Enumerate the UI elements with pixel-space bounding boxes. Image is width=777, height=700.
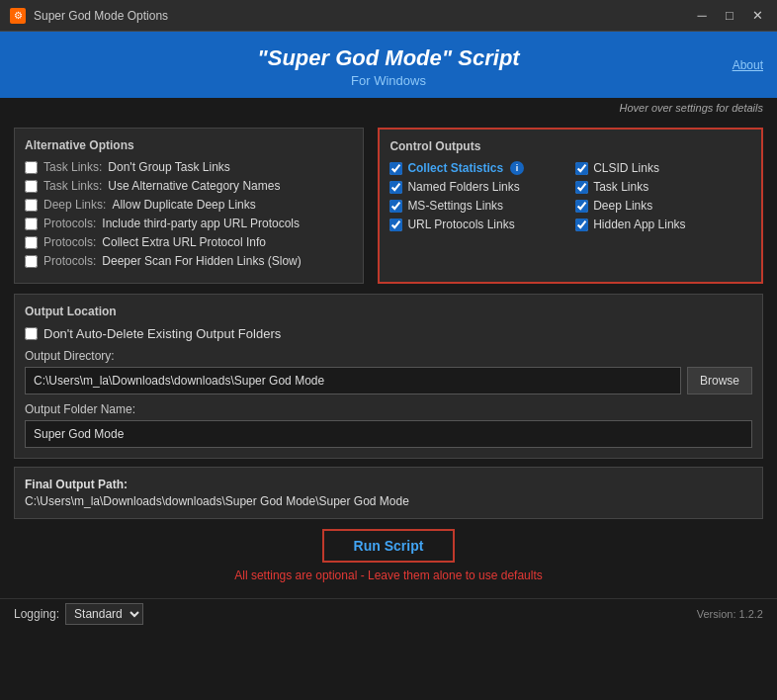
app-icon: ⚙ xyxy=(10,8,26,24)
control-outputs-grid: Collect StatisticsiCLSID LinksNamed Fold… xyxy=(389,161,751,231)
browse-button[interactable]: Browse xyxy=(687,367,752,394)
dont-auto-delete-row: Don't Auto-Delete Existing Output Folder… xyxy=(25,326,752,341)
output-dir-input[interactable] xyxy=(25,367,681,394)
alt-option-checkbox-4[interactable] xyxy=(25,236,38,249)
alt-option-row: Task Links: Use Alternative Category Nam… xyxy=(25,179,353,193)
header: "Super God Mode" Script For Windows Abou… xyxy=(0,32,777,98)
ctrl-item-label: Collect Statistics xyxy=(407,161,503,175)
optional-note: All settings are optional - Leave them a… xyxy=(14,569,763,582)
alt-option-key: Task Links: xyxy=(43,179,102,193)
run-script-button[interactable]: Run Script xyxy=(322,529,456,563)
main-content: Alternative Options Task Links: Don't Gr… xyxy=(0,118,777,598)
ctrl-checkbox-4[interactable] xyxy=(389,200,402,213)
alt-option-val: Deeper Scan For Hidden Links (Slow) xyxy=(102,254,301,268)
alt-option-val: Use Alternative Category Names xyxy=(108,179,280,193)
ctrl-item: Deep Links xyxy=(575,199,751,213)
ctrl-item-label: Task Links xyxy=(593,180,648,194)
ctrl-item: Hidden App Links xyxy=(575,218,751,231)
alt-options-title: Alternative Options xyxy=(25,138,353,152)
ctrl-checkbox-0[interactable] xyxy=(389,162,402,175)
output-dir-row: Browse xyxy=(25,367,752,394)
ctrl-item: CLSID Links xyxy=(575,161,751,175)
titlebar: ⚙ Super God Mode Options ─ □ ✕ xyxy=(0,0,777,32)
alt-option-checkbox-0[interactable] xyxy=(25,161,38,174)
alt-option-key: Protocols: xyxy=(43,217,96,230)
ctrl-item-label: Named Folders Links xyxy=(407,180,519,194)
two-column-layout: Alternative Options Task Links: Don't Gr… xyxy=(14,128,763,284)
output-location-section: Output Location Don't Auto-Delete Existi… xyxy=(14,294,763,459)
logging-row: Logging: StandardVerboseNone xyxy=(14,603,143,625)
control-outputs-title: Control Outputs xyxy=(389,139,751,153)
alt-option-row: Protocols: Deeper Scan For Hidden Links … xyxy=(25,254,353,268)
folder-name-input[interactable] xyxy=(25,420,752,448)
alt-option-val: Collect Extra URL Protocol Info xyxy=(102,235,266,249)
ctrl-item: URL Protocols Links xyxy=(389,218,565,231)
output-dir-label: Output Directory: xyxy=(25,349,752,363)
app-icon-letter: ⚙ xyxy=(14,10,23,21)
ctrl-item: Named Folders Links xyxy=(389,180,565,194)
alt-option-val: Include third-party app URL Protocols xyxy=(102,217,300,230)
logging-label: Logging: xyxy=(14,607,59,621)
alt-option-checkbox-1[interactable] xyxy=(25,180,38,193)
alt-option-key: Protocols: xyxy=(43,235,96,249)
control-outputs-section: Control Outputs Collect StatisticsiCLSID… xyxy=(378,128,763,284)
header-subtitle: For Windows xyxy=(10,73,767,88)
alt-options-section: Alternative Options Task Links: Don't Gr… xyxy=(14,128,364,284)
ctrl-checkbox-3[interactable] xyxy=(575,181,588,194)
run-row: Run Script xyxy=(14,529,763,563)
dont-auto-delete-label: Don't Auto-Delete Existing Output Folder… xyxy=(43,326,281,341)
alt-option-row: Protocols: Include third-party app URL P… xyxy=(25,217,353,230)
window-title: Super God Mode Options xyxy=(34,9,692,23)
ctrl-item-label: Hidden App Links xyxy=(593,218,685,231)
alt-option-key: Deep Links: xyxy=(43,198,106,212)
alt-option-row: Protocols: Collect Extra URL Protocol In… xyxy=(25,235,353,249)
ctrl-checkbox-1[interactable] xyxy=(575,162,588,175)
alt-option-checkbox-5[interactable] xyxy=(25,255,38,268)
ctrl-item: Task Links xyxy=(575,180,751,194)
alt-option-key: Task Links: xyxy=(43,160,102,174)
ctrl-item-label: URL Protocols Links xyxy=(407,218,514,231)
alt-option-val: Don't Group Task Links xyxy=(108,160,229,174)
maximize-button[interactable]: □ xyxy=(720,6,739,26)
ctrl-item-label: CLSID Links xyxy=(593,161,659,175)
ctrl-checkbox-5[interactable] xyxy=(575,200,588,213)
alt-option-row: Task Links: Don't Group Task Links xyxy=(25,160,353,174)
header-title: "Super God Mode" Script xyxy=(10,45,767,71)
ctrl-checkbox-2[interactable] xyxy=(389,181,402,194)
close-button[interactable]: ✕ xyxy=(747,6,767,26)
logging-select[interactable]: StandardVerboseNone xyxy=(65,603,143,625)
final-path-section: Final Output Path: C:\Users\m_la\Downloa… xyxy=(14,467,763,519)
dont-auto-delete-checkbox[interactable] xyxy=(25,327,38,340)
alt-option-key: Protocols: xyxy=(43,254,96,268)
final-path-label: Final Output Path: xyxy=(25,478,752,491)
info-icon[interactable]: i xyxy=(510,161,524,175)
alt-option-checkbox-3[interactable] xyxy=(25,218,38,230)
bottom-bar: Logging: StandardVerboseNone Version: 1.… xyxy=(0,598,777,629)
final-path-value: C:\Users\m_la\Downloads\downloads\Super … xyxy=(25,494,752,508)
ctrl-item: MS-Settings Links xyxy=(389,199,565,213)
output-location-title: Output Location xyxy=(25,305,752,318)
ctrl-item: Collect Statisticsi xyxy=(389,161,565,175)
ctrl-item-label: Deep Links xyxy=(593,199,652,213)
ctrl-checkbox-6[interactable] xyxy=(389,219,402,231)
version-label: Version: 1.2.2 xyxy=(697,608,763,620)
titlebar-controls: ─ □ ✕ xyxy=(692,6,767,26)
ctrl-checkbox-7[interactable] xyxy=(575,219,588,231)
ctrl-item-label: MS-Settings Links xyxy=(407,199,503,213)
alt-option-checkbox-2[interactable] xyxy=(25,199,38,212)
alt-option-row: Deep Links: Allow Duplicate Deep Links xyxy=(25,198,353,212)
alt-option-val: Allow Duplicate Deep Links xyxy=(112,198,255,212)
minimize-button[interactable]: ─ xyxy=(692,6,712,26)
alt-options-list: Task Links: Don't Group Task Links Task … xyxy=(25,160,353,268)
hover-hint: Hover over settings for details xyxy=(0,98,777,118)
about-link[interactable]: About xyxy=(733,58,763,72)
folder-name-label: Output Folder Name: xyxy=(25,402,752,416)
